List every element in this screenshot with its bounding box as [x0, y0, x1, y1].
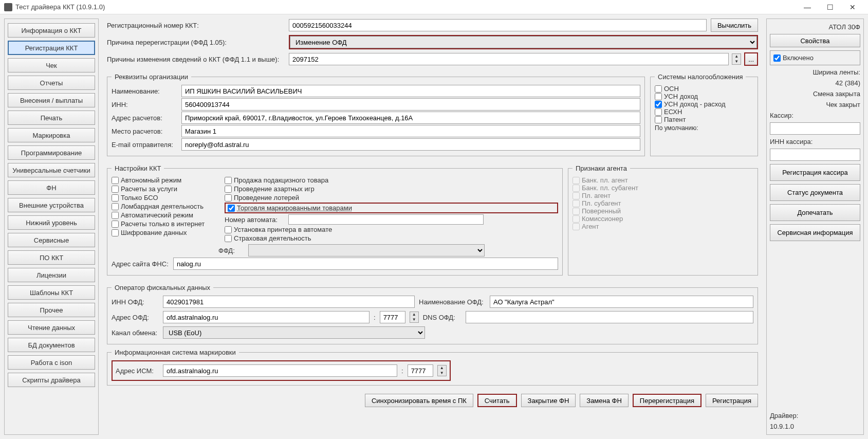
kkt-col2-2[interactable]: Проведение лотерей — [225, 194, 558, 202]
kkt-col2-5[interactable]: Установка принтера в автомате — [225, 226, 558, 233]
kkt-col2-6[interactable]: Страховая деятельность — [225, 234, 558, 242]
ism-port-input[interactable] — [408, 364, 433, 377]
reason-select[interactable]: Изменение ОФД — [290, 36, 757, 48]
enabled-checkbox-input[interactable] — [773, 54, 781, 62]
tax-option-4[interactable]: Патент — [655, 116, 753, 123]
kkt-col1-5[interactable]: Расчеты только в интернет — [112, 220, 214, 228]
kkt-col2-0[interactable]: Продажа подакцизного товара — [225, 176, 558, 184]
cashier-input[interactable] — [770, 122, 860, 135]
kkt-col1-6[interactable]: Шифрование данных — [112, 229, 214, 236]
agent-option-6[interactable]: Агент — [572, 223, 753, 230]
ofd-port-spinner[interactable]: ▲▼ — [410, 312, 419, 323]
kkt-col2-4[interactable]: Номер автомата: — [225, 214, 558, 225]
ffd-select[interactable] — [248, 244, 485, 257]
reasons11-spinner[interactable]: ▲▼ — [732, 53, 741, 65]
kkt-col1-4[interactable]: Автоматический режим — [112, 211, 214, 219]
nav-item-13[interactable]: ПО ККТ — [8, 250, 95, 265]
nav-item-15[interactable]: Шаблоны ККТ — [8, 285, 95, 300]
right-btn-0[interactable]: Регистрация кассира — [770, 164, 860, 181]
titlebar: Тест драйвера ККТ (10.9.1.0) — ☐ ✕ — [0, 0, 868, 14]
org-name-input[interactable] — [181, 85, 640, 97]
kkt-col2-3[interactable]: Торговля маркированными товарами — [225, 203, 558, 213]
ofd-addr-input[interactable] — [163, 311, 370, 323]
ism-port-spinner[interactable]: ▲▼ — [437, 365, 447, 376]
nav-item-6[interactable]: Маркировка — [8, 128, 95, 142]
org-email-input[interactable] — [181, 138, 640, 151]
footer-btn-3[interactable]: Замена ФН — [580, 394, 629, 407]
footer-btn-2[interactable]: Закрытие ФН — [521, 394, 576, 407]
reasons11-label: Причины изменения сведений о ККТ (ФФД 1.… — [107, 56, 285, 63]
nav-item-3[interactable]: Отчеты — [8, 76, 95, 90]
org-place-input[interactable] — [181, 125, 640, 137]
nav-item-12[interactable]: Сервисные — [8, 233, 95, 247]
ism-addr-input[interactable] — [163, 364, 397, 377]
ism-addr-label: Адрес ИСМ: — [116, 367, 159, 375]
right-btn-2[interactable]: Допечатать — [770, 204, 860, 221]
kkt-col1-0[interactable]: Автономный режим — [112, 176, 214, 184]
tax-option-2[interactable]: УСН доход - расход — [655, 100, 753, 108]
footer-btn-0[interactable]: Синхронизировать время с ПК — [365, 394, 473, 407]
reasons-more-button[interactable]: ... — [744, 52, 758, 66]
tax-option-3[interactable]: ЕСХН — [655, 108, 753, 116]
ofd-channel-select[interactable]: USB (EoU) — [163, 326, 425, 339]
agent-option-2[interactable]: Пл. агент — [572, 192, 753, 199]
org-inn-input[interactable] — [181, 98, 640, 111]
ofd-port-input[interactable] — [380, 311, 405, 323]
colon-label: : — [374, 314, 376, 321]
agent-option-0[interactable]: Банк. пл. агент — [572, 176, 753, 184]
nav-item-0[interactable]: Информация о ККТ — [8, 23, 95, 38]
reg-num-label: Регистрационный номер ККТ: — [107, 22, 285, 29]
ffd-label: ФФД: — [218, 247, 244, 254]
nav-item-20[interactable]: Скрипты драйвера — [8, 373, 95, 387]
nav-item-5[interactable]: Печать — [8, 111, 95, 125]
kkt-col1-1[interactable]: Расчеты за услуги — [112, 185, 214, 193]
agent-option-5[interactable]: Комиссионер — [572, 215, 753, 223]
nav-item-4[interactable]: Внесения / выплаты — [8, 93, 95, 107]
nav-item-10[interactable]: Внешние устройства — [8, 198, 95, 212]
org-email-label: E-mail отправителя: — [112, 141, 177, 149]
nav-item-16[interactable]: Прочее — [8, 303, 95, 317]
close-button[interactable]: ✕ — [841, 2, 864, 13]
driver-version: 10.9.1.0 — [770, 423, 860, 430]
kkt-legend: Настройки ККТ — [112, 164, 164, 172]
ofd-inn-input[interactable] — [163, 296, 415, 308]
agent-option-4[interactable]: Поверенный — [572, 207, 753, 215]
nav-item-2[interactable]: Чек — [8, 58, 95, 72]
reasons11-input[interactable] — [289, 53, 729, 65]
enabled-checkbox[interactable]: Включено — [770, 50, 860, 65]
kkt-col2-1[interactable]: Проведение азартных игр — [225, 185, 558, 193]
maximize-button[interactable]: ☐ — [819, 2, 841, 13]
nav-item-11[interactable]: Нижний уровень — [8, 215, 95, 230]
nav-item-18[interactable]: БД документов — [8, 338, 95, 352]
properties-button[interactable]: Свойства — [770, 34, 860, 47]
nav-item-9[interactable]: ФН — [8, 180, 95, 195]
fns-input[interactable] — [173, 258, 558, 270]
nav-item-8[interactable]: Универсальные счетчики — [8, 163, 95, 177]
nav-item-7[interactable]: Программирование — [8, 145, 95, 160]
right-btn-3[interactable]: Сервисная информация — [770, 224, 860, 241]
minimize-button[interactable]: — — [796, 2, 819, 13]
nav-item-19[interactable]: Работа с ison — [8, 355, 95, 370]
ofd-dns-input[interactable] — [466, 311, 753, 323]
calculate-button[interactable]: Вычислить — [711, 19, 758, 32]
agent-option-3[interactable]: Пл. субагент — [572, 199, 753, 207]
footer-btn-1[interactable]: Считать — [477, 394, 517, 407]
ofd-name-input[interactable] — [490, 296, 753, 308]
app-icon — [4, 3, 12, 11]
nav-item-17[interactable]: Чтение данных — [8, 320, 95, 335]
right-btn-1[interactable]: Статус документа — [770, 184, 860, 201]
tax-default-label: По умолчанию: — [655, 124, 753, 132]
tax-option-0[interactable]: ОСН — [655, 85, 753, 93]
org-place-label: Место расчетов: — [112, 127, 177, 135]
agent-option-1[interactable]: Банк. пл. субагент — [572, 184, 753, 192]
cashier-inn-input[interactable] — [770, 149, 860, 161]
nav-item-14[interactable]: Лицензии — [8, 268, 95, 282]
kkt-col1-3[interactable]: Ломбардная деятельность — [112, 203, 214, 210]
tax-option-1[interactable]: УСН доход — [655, 93, 753, 100]
footer-btn-4[interactable]: Перерегистрация — [633, 394, 701, 407]
nav-item-1[interactable]: Регистрация ККТ — [8, 41, 95, 55]
org-addr-input[interactable] — [181, 112, 640, 124]
kkt-col1-2[interactable]: Только БСО — [112, 194, 214, 202]
reg-num-input[interactable] — [289, 19, 707, 31]
footer-btn-5[interactable]: Регистрация — [706, 394, 758, 407]
